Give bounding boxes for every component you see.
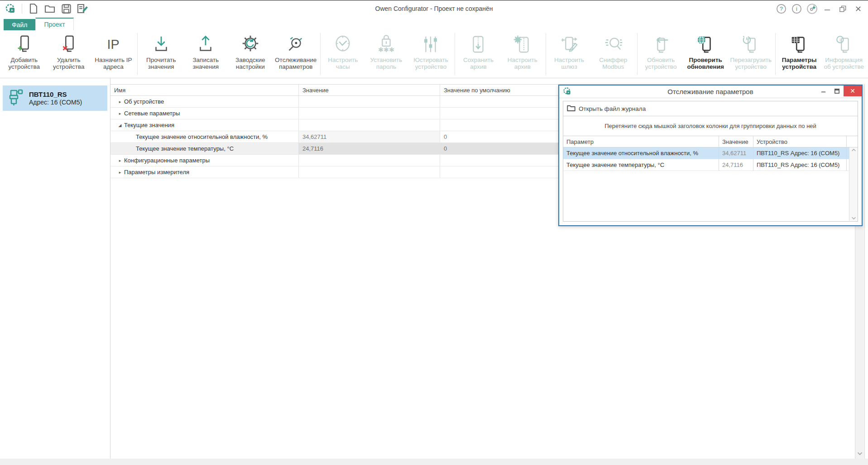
divider: [22, 4, 22, 14]
assign-ip-button[interactable]: IP Назначить IP адреса: [91, 32, 136, 78]
tracking-window-body: Открыть файл журнала Перетяните сюда мыш…: [563, 101, 858, 222]
clock-icon: [331, 33, 354, 56]
tracking-window: Отслеживание параметров ✕ Открыть файл ж…: [558, 85, 863, 226]
group-separator: [455, 33, 455, 75]
track-params-icon: [284, 33, 307, 56]
configure-gateway-button: Настроить шлюз: [547, 32, 591, 78]
lock-icon: ✱✱✱: [375, 33, 398, 56]
track-params-button[interactable]: Отслеживание параметров: [273, 32, 319, 78]
expander-icon[interactable]: ▸: [116, 170, 124, 175]
group-by-hint[interactable]: Перетяните сюда мышкой заголовок колонки…: [563, 116, 858, 136]
save-as-icon[interactable]: [77, 3, 88, 14]
close-icon[interactable]: [852, 2, 864, 15]
delete-device-icon: [58, 33, 80, 56]
expander-icon[interactable]: ▸: [116, 100, 124, 104]
reboot-device-icon: [739, 33, 762, 56]
expander-icon[interactable]: ▸: [116, 158, 124, 163]
check-updates-icon: [694, 33, 717, 56]
factory-settings-icon: [239, 33, 262, 56]
device-list-panel: ПВТ110_RS Адрес: 16 (COM5): [0, 78, 110, 459]
device-params-icon: [788, 33, 810, 56]
write-values-button[interactable]: Записать значения: [183, 32, 228, 78]
check-update-icon[interactable]: [806, 2, 818, 15]
update-device-icon: [650, 33, 672, 56]
tab-file[interactable]: Файл: [4, 19, 35, 30]
save-project-icon[interactable]: [60, 3, 72, 14]
group-separator: [546, 33, 546, 75]
column-header-value[interactable]: Значение: [299, 85, 440, 95]
expander-icon[interactable]: ◢: [116, 123, 124, 128]
read-values-button[interactable]: Прочитать значения: [139, 32, 183, 78]
set-clock-button: Настроить часы: [322, 32, 364, 78]
title-bar: Owen Configurator - Проект не сохранён ?…: [0, 0, 868, 17]
minimize-icon[interactable]: [821, 2, 834, 15]
tracking-maximize-icon[interactable]: [830, 85, 844, 96]
group-separator: [137, 33, 138, 75]
svg-text:i: i: [839, 37, 840, 43]
svg-text:IP: IP: [107, 37, 120, 52]
check-updates-button[interactable]: Проверить обновления: [683, 32, 728, 78]
tab-project[interactable]: Проект: [35, 18, 73, 30]
tracking-window-logo-icon: [563, 87, 571, 97]
assign-ip-icon: IP: [102, 33, 125, 56]
restore-icon[interactable]: [836, 2, 849, 15]
device-item-pvt110[interactable]: ПВТ110_RS Адрес: 16 (COM5): [3, 85, 107, 111]
column-header-value[interactable]: Значение: [719, 136, 753, 147]
ribbon-toolbar: Добавить устройства Удалить устройства I…: [0, 30, 868, 78]
window-title: Owen Configurator - Проект не сохранён: [0, 0, 868, 17]
column-header-device[interactable]: Устройство: [753, 136, 847, 147]
tracking-scrollbar[interactable]: [849, 147, 858, 221]
add-device-button[interactable]: Добавить устройства: [2, 32, 47, 78]
open-project-icon[interactable]: [44, 3, 56, 14]
column-header-param[interactable]: Параметр: [563, 136, 719, 147]
open-log-file-button[interactable]: Открыть файл журнала: [563, 101, 858, 116]
scroll-up-icon[interactable]: [849, 148, 858, 152]
tracking-table-header: Параметр Значение Устройство: [563, 136, 858, 147]
scroll-down-icon[interactable]: [855, 449, 864, 459]
group-separator: [320, 33, 321, 75]
reboot-device-button: Перезагрузить устройство: [728, 32, 774, 78]
read-values-icon: [150, 33, 173, 56]
device-address: Адрес: 16 (COM5): [29, 99, 82, 106]
add-device-icon: [13, 33, 35, 56]
sliders-icon: [419, 33, 442, 56]
svg-text:✱✱✱: ✱✱✱: [378, 46, 394, 53]
save-archive-button: Сохранить архив: [456, 32, 501, 78]
archive-settings-icon: [511, 33, 534, 56]
set-password-button: ✱✱✱ Установить пароль: [364, 32, 409, 78]
delete-device-button[interactable]: Удалить устройства: [47, 32, 91, 78]
owen-configurator-window: Owen Configurator - Проект не сохранён ?…: [0, 0, 868, 465]
modbus-sniffer-button: Сниффер Modbus: [591, 32, 636, 78]
help-icon[interactable]: ?: [775, 2, 787, 15]
tracking-row-temperature[interactable]: Текущее значение температуры, °С 24,7116…: [563, 159, 858, 171]
device-info-button: i Информация об устройстве: [821, 32, 866, 78]
group-separator: [775, 33, 776, 75]
device-icon: [6, 88, 24, 109]
sniffer-icon: [602, 33, 624, 56]
tracking-close-button[interactable]: ✕: [844, 85, 862, 96]
factory-settings-button[interactable]: Заводские настройки: [228, 32, 273, 78]
window-bottom-edge: [0, 459, 868, 465]
archive-download-icon: [467, 33, 489, 56]
device-name: ПВТ110_RS: [29, 90, 82, 98]
gateway-icon: [558, 33, 580, 56]
calibrate-device-button: Юстировать устройство: [408, 32, 453, 78]
tracking-minimize-icon[interactable]: [816, 85, 830, 96]
write-values-icon: [194, 33, 217, 56]
tracking-window-titlebar[interactable]: Отслеживание параметров ✕: [559, 85, 862, 98]
tracking-row-humidity[interactable]: Текущее значение относительной влажности…: [563, 147, 858, 159]
expander-icon[interactable]: ▸: [116, 111, 124, 116]
configure-archive-button: Настроить архив: [500, 32, 544, 78]
column-header-name[interactable]: Имя: [110, 85, 299, 95]
tracking-table: Параметр Значение Устройство Текущее зна…: [563, 136, 858, 221]
svg-text:?: ?: [780, 5, 783, 12]
svg-text:i: i: [796, 5, 797, 12]
device-params-button[interactable]: Параметры устройства: [777, 32, 822, 78]
new-project-icon[interactable]: [28, 3, 39, 14]
app-logo-icon: [5, 3, 16, 14]
group-separator: [637, 33, 638, 75]
scroll-down-icon[interactable]: [849, 217, 858, 220]
folder-icon: [567, 104, 575, 113]
ribbon-tabs: Файл Проект: [0, 18, 74, 30]
info-icon[interactable]: i: [790, 2, 803, 15]
